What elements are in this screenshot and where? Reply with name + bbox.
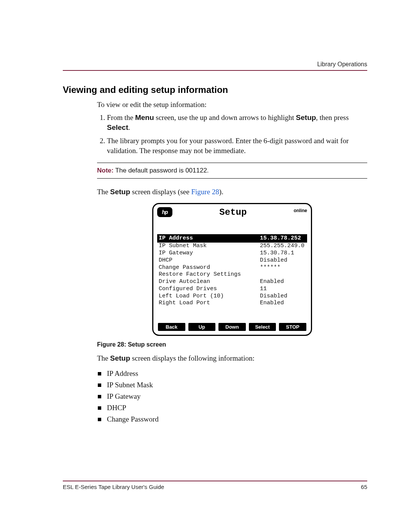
- list-item: IP Address: [107, 369, 367, 378]
- footer-doc-title: ESL E-Series Tape Library User's Guide: [63, 484, 164, 490]
- note-label: Note:: [97, 167, 113, 174]
- lcd-title: Setup: [175, 207, 291, 217]
- lcd-row: Drive Autoclean Enabled: [157, 278, 307, 286]
- figure-link[interactable]: Figure 28: [191, 188, 219, 196]
- lcd-stop-button: STOP: [279, 323, 306, 331]
- lcd-row-ip-address: IP Address 15.38.78.252: [157, 234, 307, 243]
- lcd-row: Restore Factory Settings: [157, 271, 307, 278]
- note-rule-bottom: [97, 178, 367, 179]
- note-text: The default password is 001122.: [113, 167, 209, 174]
- intro-paragraph: To view or edit the setup information:: [97, 101, 367, 109]
- lcd-row: Left Load Port (10) Disabled: [157, 293, 307, 300]
- step-1: From the Menu screen, use the up and dow…: [107, 113, 367, 132]
- running-header: Library Operations: [63, 61, 367, 68]
- hp-logo-icon: hp: [157, 207, 172, 217]
- lcd-button-row: Back Up Down Select STOP: [157, 323, 307, 331]
- lcd-back-button: Back: [158, 323, 185, 331]
- lcd-row: Configured Drives 11: [157, 286, 307, 293]
- lcd-row: Right Load Port Enabled: [157, 300, 307, 307]
- note-line: Note: The default password is 001122.: [97, 163, 367, 178]
- lcd-row: IP Subnet Mask 255.255.249.0: [157, 243, 307, 250]
- info-bullet-list: IP Address IP Subnet Mask IP Gateway DHC…: [97, 369, 367, 423]
- lcd-up-button: Up: [188, 323, 216, 331]
- figure-caption: Figure 28: Setup screen: [97, 341, 367, 348]
- lcd-row: IP Gateway 15.30.78.1: [157, 250, 307, 257]
- lcd-select-button: Select: [249, 323, 276, 331]
- section-heading: Viewing and editing setup information: [63, 85, 367, 95]
- header-rule: [63, 70, 367, 71]
- list-item: Change Password: [107, 415, 367, 423]
- lcd-status-online: online: [294, 208, 307, 213]
- list-item: DHCP: [107, 404, 367, 412]
- screen-displays-para: The Setup screen displays (see Figure 28…: [97, 188, 367, 196]
- steps-list: From the Menu screen, use the up and dow…: [97, 113, 367, 156]
- post-caption-para: The Setup screen displays the following …: [97, 354, 367, 363]
- note-block: Note: The default password is 001122.: [97, 163, 367, 179]
- list-item: IP Gateway: [107, 392, 367, 401]
- setup-screen-figure: hp Setup online IP Address 15.38.78.252 …: [152, 203, 312, 336]
- footer-page-number: 65: [361, 484, 367, 490]
- lcd-row: DHCP Disabled: [157, 257, 307, 264]
- list-item: IP Subnet Mask: [107, 381, 367, 389]
- lcd-row: Change Password ******: [157, 264, 307, 272]
- lcd-down-button: Down: [218, 323, 246, 331]
- step-2: The library prompts you for your passwor…: [107, 136, 367, 155]
